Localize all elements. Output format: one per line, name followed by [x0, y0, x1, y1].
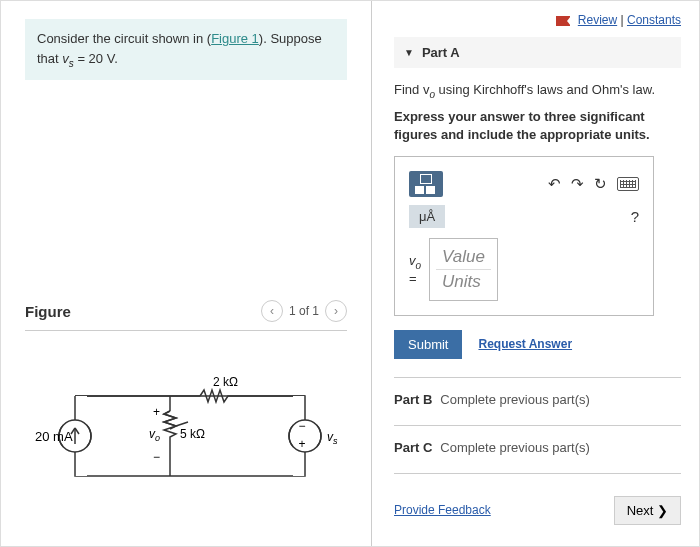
part-a-instruction: Express your answer to three significant…	[394, 108, 681, 144]
part-c-row: Part CComplete previous part(s)	[394, 440, 681, 455]
circuit-diagram: 20 mA 5 kΩ 2 kΩ + vo − − + vs	[25, 366, 345, 506]
review-link[interactable]: Review	[578, 13, 617, 27]
figure-link[interactable]: Figure 1	[211, 31, 259, 46]
figure-counter: 1 of 1	[289, 304, 319, 318]
keyboard-icon[interactable]	[617, 177, 639, 191]
equation-editor-button[interactable]	[409, 171, 443, 197]
part-a-label: Part A	[422, 45, 460, 60]
vo-label: vo	[149, 427, 160, 443]
vo-minus: −	[153, 450, 160, 464]
vs-label: vs	[327, 430, 338, 446]
undo-icon[interactable]: ↶	[548, 175, 561, 193]
reset-icon[interactable]: ↻	[594, 175, 607, 193]
part-a-header[interactable]: ▼ Part A	[394, 37, 681, 68]
help-icon[interactable]: ?	[631, 208, 639, 225]
figure-prev-button[interactable]: ‹	[261, 300, 283, 322]
request-answer-link[interactable]: Request Answer	[478, 337, 572, 351]
current-source-label: 20 mA	[35, 429, 73, 444]
submit-button[interactable]: Submit	[394, 330, 462, 359]
constants-link[interactable]: Constants	[627, 13, 681, 27]
figure-title: Figure	[25, 303, 71, 320]
r1-label: 5 kΩ	[180, 427, 205, 441]
part-b-row: Part BComplete previous part(s)	[394, 392, 681, 407]
redo-icon[interactable]: ↷	[571, 175, 584, 193]
problem-statement: Consider the circuit shown in (Figure 1)…	[25, 19, 347, 80]
vs-plus: +	[298, 437, 305, 451]
units-chip[interactable]: μÅ	[409, 205, 445, 228]
vs-minus: −	[298, 419, 305, 433]
provide-feedback-link[interactable]: Provide Feedback	[394, 503, 491, 517]
vo-plus: +	[153, 405, 160, 419]
value-input[interactable]: Value	[436, 245, 491, 270]
next-button[interactable]: Next ❯	[614, 496, 681, 525]
answer-var: vo =	[409, 253, 421, 286]
figure-next-button[interactable]: ›	[325, 300, 347, 322]
flag-icon	[556, 16, 570, 26]
part-a-question: Find vo using Kirchhoff's laws and Ohm's…	[394, 82, 681, 100]
r2-label: 2 kΩ	[213, 375, 238, 389]
answer-box: ↶ ↷ ↻ μÅ ? vo = Value Units	[394, 156, 654, 316]
caret-down-icon: ▼	[404, 47, 414, 58]
prompt-pre: Consider the circuit shown in (	[37, 31, 211, 46]
units-input[interactable]: Units	[436, 270, 491, 294]
answer-inputs: Value Units	[429, 238, 498, 301]
